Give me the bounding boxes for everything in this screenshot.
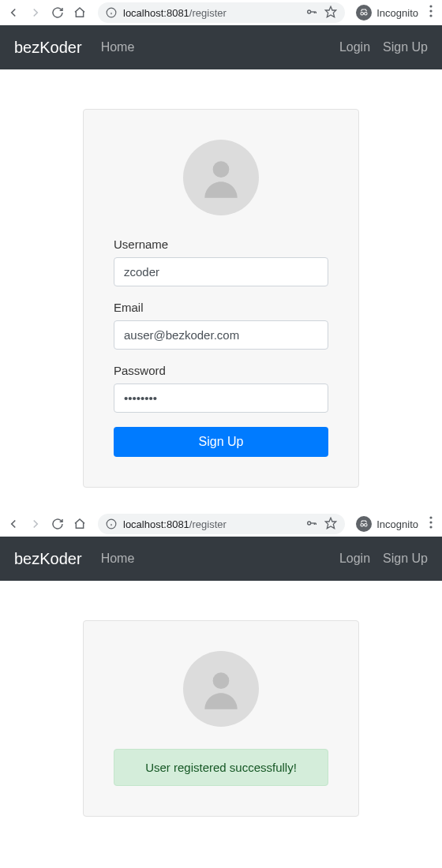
username-label: Username [114, 238, 328, 251]
email-label: Email [114, 301, 328, 314]
svg-point-11 [429, 5, 432, 7]
back-button[interactable] [6, 6, 21, 20]
svg-point-14 [213, 161, 230, 178]
incognito-icon [356, 516, 372, 532]
url-text: localhost:8081/register [123, 518, 299, 530]
incognito-indicator[interactable]: Incognito [356, 516, 418, 532]
svg-point-23 [361, 523, 364, 526]
info-icon [106, 518, 117, 529]
svg-point-12 [429, 9, 432, 12]
page-content: Username Email Password Sign Up [0, 69, 442, 503]
nav-home[interactable]: Home [101, 40, 135, 54]
person-icon [197, 664, 245, 713]
nav-signup[interactable]: Sign Up [383, 552, 428, 566]
app-navbar: bezKoder Home Login Sign Up [0, 537, 442, 581]
email-input[interactable] [114, 320, 328, 350]
svg-point-18 [308, 522, 311, 525]
svg-point-27 [429, 521, 432, 523]
more-menu-icon[interactable] [426, 516, 436, 532]
bookmark-star-icon[interactable] [324, 6, 337, 21]
svg-point-28 [429, 526, 432, 528]
register-card: Username Email Password Sign Up [83, 109, 359, 488]
browser-toolbar: localhost:8081/register Incognito [0, 0, 442, 25]
info-icon [106, 7, 117, 18]
more-menu-icon[interactable] [426, 5, 436, 21]
svg-point-9 [365, 12, 368, 15]
svg-point-24 [365, 523, 368, 526]
incognito-label: Incognito [376, 7, 418, 19]
svg-point-13 [429, 14, 432, 17]
home-icon[interactable] [73, 6, 87, 20]
nav-login[interactable]: Login [339, 40, 370, 54]
svg-point-3 [308, 10, 311, 13]
forward-button[interactable] [28, 517, 43, 531]
key-icon[interactable] [305, 6, 318, 21]
nav-login[interactable]: Login [339, 552, 370, 566]
app-navbar: bezKoder Home Login Sign Up [0, 25, 442, 69]
success-alert: User registered successfully! [114, 749, 328, 786]
username-input[interactable] [114, 257, 328, 286]
url-text: localhost:8081/register [123, 7, 299, 19]
back-button[interactable] [6, 517, 21, 531]
browser-toolbar: localhost:8081/register Incognito [0, 511, 442, 537]
bookmark-star-icon[interactable] [324, 517, 337, 532]
password-label: Password [114, 364, 328, 377]
incognito-label: Incognito [376, 518, 418, 530]
address-bar[interactable]: localhost:8081/register [98, 2, 345, 23]
svg-point-8 [361, 12, 364, 15]
address-bar[interactable]: localhost:8081/register [98, 514, 345, 534]
avatar-placeholder [183, 651, 259, 727]
success-card: User registered successfully! [83, 620, 359, 817]
page-content: User registered successfully! [0, 581, 442, 832]
key-icon[interactable] [305, 517, 318, 532]
svg-point-29 [213, 672, 230, 689]
brand-logo[interactable]: bezKoder [14, 550, 82, 568]
signup-button[interactable]: Sign Up [114, 427, 328, 457]
avatar-placeholder [183, 140, 259, 215]
svg-point-26 [429, 516, 432, 518]
svg-marker-22 [326, 518, 336, 528]
person-icon [197, 153, 245, 202]
svg-marker-7 [326, 6, 336, 17]
incognito-indicator[interactable]: Incognito [356, 5, 418, 21]
forward-button[interactable] [28, 6, 43, 20]
password-input[interactable] [114, 383, 328, 413]
reload-button[interactable] [51, 6, 65, 20]
nav-home[interactable]: Home [101, 552, 135, 566]
reload-button[interactable] [51, 517, 65, 531]
home-icon[interactable] [73, 517, 87, 531]
brand-logo[interactable]: bezKoder [14, 39, 82, 57]
incognito-icon [356, 5, 372, 21]
nav-signup[interactable]: Sign Up [383, 40, 428, 54]
